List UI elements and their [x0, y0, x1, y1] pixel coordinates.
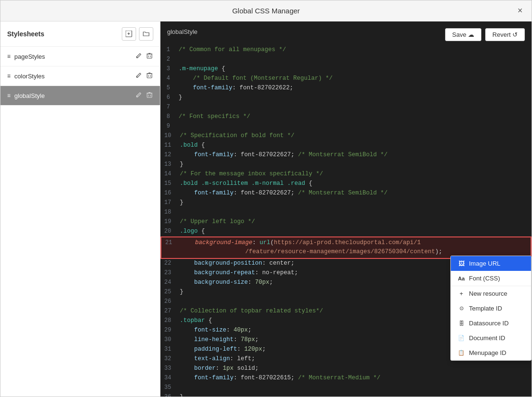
code-line-16: 16 font-family: font-827022627; /* Monts…	[160, 189, 532, 198]
code-line-10: 10 /* Specification of bold font */	[160, 131, 532, 141]
ctx-item-datasource-id[interactable]: 🗄 Datasource ID	[451, 316, 531, 331]
svg-rect-13	[147, 93, 152, 97]
image-url-icon: 🖼	[458, 260, 465, 267]
sidebar-item-globalStyle[interactable]: ≡ globalStyle	[0, 86, 160, 106]
delete-icon	[147, 53, 152, 59]
code-line-5: 5 font-family: font-827022622;	[160, 84, 532, 93]
stylesheet-icon: ≡	[7, 92, 11, 99]
code-line-35: 35	[160, 383, 532, 393]
delete-icon	[147, 92, 152, 98]
filename-bar: globalStyle	[167, 28, 198, 35]
sidebar: Stylesheets ≡ pageStyles	[0, 21, 160, 397]
ctx-item-menupage-id[interactable]: 📋 Menupage ID	[451, 345, 531, 360]
save-button[interactable]: Save ☁	[445, 28, 481, 41]
ctx-item-label: Document ID	[469, 334, 505, 342]
modal-header: Global CSS Manager ×	[0, 0, 532, 21]
delete-icon	[147, 72, 152, 78]
add-icon	[126, 31, 132, 37]
sidebar-item-colorStyles[interactable]: ≡ colorStyles	[0, 66, 160, 86]
sidebar-item-actions	[135, 71, 153, 81]
code-line-19: 19 /* Upper left logo */	[160, 217, 532, 227]
sidebar-item-pageStyles[interactable]: ≡ pageStyles	[0, 47, 160, 66]
global-css-manager-modal: Global CSS Manager × Stylesheets	[0, 0, 532, 397]
sidebar-item-left: ≡ pageStyles	[7, 53, 45, 60]
modal-title: Global CSS Manager	[232, 7, 300, 15]
code-line-4: 4 /* Default font (Montserrat Regular) *…	[160, 74, 532, 84]
font-css-icon: Aа	[458, 276, 465, 281]
datasource-id-icon: 🗄	[458, 321, 465, 326]
sidebar-item-label: globalStyle	[14, 92, 45, 99]
revert-label: Revert ↺	[492, 31, 518, 38]
edit-pageStyles-button[interactable]	[135, 52, 143, 61]
code-line-2: 2	[160, 55, 532, 64]
code-line-33: 33 border: 1px solid;	[160, 364, 532, 374]
code-line-36: 36 }	[160, 393, 532, 397]
sidebar-item-actions	[135, 52, 153, 61]
code-line-11: 11 .bold {	[160, 141, 532, 150]
stylesheet-icon: ≡	[7, 73, 11, 79]
ctx-item-font-css[interactable]: Aа Font (CSS)	[451, 271, 531, 286]
new-resource-icon: +	[458, 290, 465, 297]
folder-icon	[143, 31, 149, 37]
folder-button[interactable]	[139, 27, 153, 41]
ctx-item-label: Template ID	[469, 305, 502, 312]
code-line-18: 18	[160, 208, 532, 217]
edit-icon	[136, 92, 142, 98]
code-line-17: 17 }	[160, 198, 532, 208]
code-line-6: 6 }	[160, 93, 532, 103]
ctx-item-template-id[interactable]: ⊙ Template ID	[451, 301, 531, 316]
sidebar-item-label: colorStyles	[14, 73, 45, 80]
sidebar-title: Stylesheets	[7, 30, 44, 38]
menupage-id-icon: 📋	[458, 350, 465, 356]
editor-toolbar: Save ☁ Revert ↺	[445, 28, 525, 41]
document-id-icon: 📄	[458, 335, 465, 341]
delete-globalStyle-button[interactable]	[146, 91, 153, 100]
ctx-item-label: Image URL	[469, 260, 500, 267]
modal-body: Stylesheets ≡ pageStyles	[0, 21, 532, 397]
code-line-3: 3 .m-menupage {	[160, 64, 532, 74]
sidebar-item-label: pageStyles	[14, 53, 45, 60]
context-menu: 🖼 Image URL Aа Font (CSS) + New resource…	[450, 256, 532, 361]
stylesheet-icon: ≡	[7, 53, 11, 60]
add-stylesheet-button[interactable]	[122, 27, 136, 41]
edit-globalStyle-button[interactable]	[135, 91, 143, 100]
edit-icon	[136, 53, 142, 59]
filename-label: globalStyle	[167, 28, 198, 35]
code-line-9: 9	[160, 122, 532, 131]
code-line-12: 12 font-family: font-827022627; /* Monts…	[160, 150, 532, 160]
code-line-20: 20 .logo {	[160, 227, 532, 236]
svg-rect-3	[147, 54, 152, 58]
code-line-15: 15 .bold .m-scrollitem .m-normal .read {	[160, 179, 532, 189]
svg-rect-8	[147, 74, 152, 78]
sidebar-header-buttons	[122, 27, 153, 41]
sidebar-items: ≡ pageStyles ≡	[0, 47, 160, 397]
delete-colorStyles-button[interactable]	[146, 71, 153, 81]
delete-pageStyles-button[interactable]	[146, 52, 153, 61]
sidebar-item-actions	[135, 91, 153, 100]
code-line-8: 8 /* Font specifics */	[160, 112, 532, 122]
save-label: Save ☁	[452, 31, 474, 38]
sidebar-item-left: ≡ globalStyle	[7, 92, 45, 99]
ctx-item-image-url[interactable]: 🖼 Image URL	[451, 256, 531, 271]
close-button[interactable]: ×	[514, 5, 526, 17]
code-line-34: 34 font-family: font-827022615; /* Monts…	[160, 374, 532, 383]
edit-icon	[136, 72, 142, 78]
code-line-1: 1 /* Common for all menupages */	[160, 45, 532, 55]
sidebar-item-left: ≡ colorStyles	[7, 73, 45, 80]
revert-button[interactable]: Revert ↺	[485, 28, 525, 41]
ctx-item-new-resource[interactable]: + New resource	[451, 286, 531, 301]
ctx-item-label: Datasource ID	[469, 320, 509, 327]
ctx-item-document-id[interactable]: 📄 Document ID	[451, 331, 531, 345]
ctx-item-label: Font (CSS)	[469, 275, 500, 282]
code-line-14: 14 /* For the message inbox specifically…	[160, 170, 532, 179]
code-line-13: 13 }	[160, 160, 532, 170]
sidebar-header: Stylesheets	[0, 21, 160, 47]
ctx-item-label: New resource	[469, 290, 507, 297]
template-id-icon: ⊙	[458, 305, 465, 311]
editor-area: globalStyle Save ☁ Revert ↺ 1 /* Common …	[160, 21, 532, 397]
ctx-item-label: Menupage ID	[469, 349, 506, 356]
code-line-7: 7	[160, 103, 532, 112]
edit-colorStyles-button[interactable]	[135, 71, 143, 81]
